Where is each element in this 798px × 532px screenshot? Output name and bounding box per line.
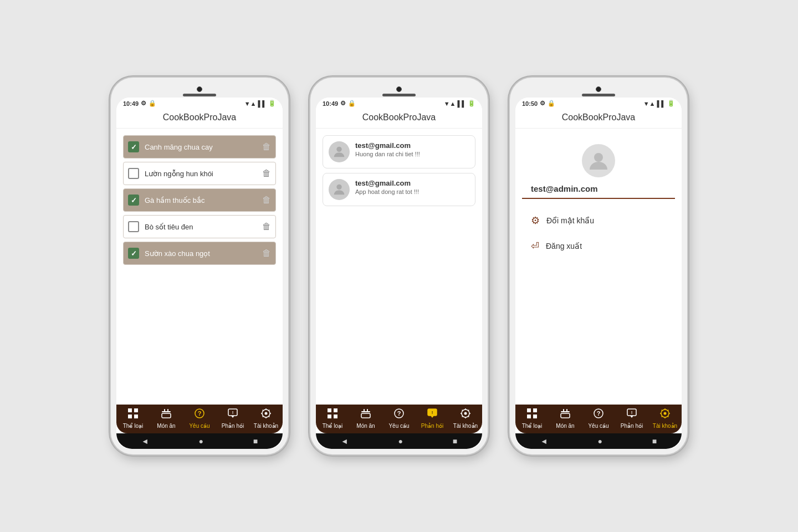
- avatar-icon: [331, 144, 347, 160]
- tai-khoan-icon: [460, 408, 471, 419]
- item-label: Lườn ngỗng hun khói: [145, 170, 262, 178]
- feedback-message: Huong dan rat chi tiet !!!: [355, 151, 420, 157]
- nav-item-the_loai[interactable]: Thể loại: [119, 408, 147, 429]
- phan_hoi-nav-label: Phản hồi: [421, 423, 443, 429]
- delete-button[interactable]: 🗑: [262, 168, 271, 178]
- camera-1: [396, 86, 402, 92]
- android-btn-2[interactable]: ■: [453, 437, 457, 446]
- checkbox[interactable]: ✓: [128, 248, 139, 259]
- nav-item-tai_khoan[interactable]: Tài khoản: [651, 408, 679, 429]
- nav-item-tai_khoan[interactable]: Tài khoản: [452, 408, 479, 429]
- lock-icon: 🔒: [548, 100, 555, 107]
- nav-item-yeu_cau[interactable]: ? Yêu cầu: [585, 408, 612, 429]
- nav-item-yeu_cau[interactable]: ? Yêu cầu: [186, 408, 213, 429]
- nav-item-mon_an[interactable]: Món ăn: [551, 408, 579, 429]
- nav-item-phan_hoi[interactable]: ! Phản hồi: [219, 408, 247, 429]
- delete-button[interactable]: 🗑: [262, 222, 271, 232]
- tai-khoan-icon: [260, 408, 272, 419]
- svg-text:!: !: [432, 410, 433, 415]
- checklist-item[interactable]: ✓ Canh măng chua cay 🗑: [123, 135, 276, 158]
- tai_khoan-nav-icon: [460, 408, 471, 422]
- checkbox[interactable]: ✓: [128, 141, 139, 152]
- phan_hoi-nav-icon: !: [626, 408, 637, 422]
- bottom-nav: Thể loại Món ăn ? Yêu cầu ! Phản hồi Tài…: [515, 405, 682, 433]
- android-btn-1[interactable]: ●: [198, 437, 203, 446]
- android-btn-0[interactable]: ◄: [540, 437, 548, 446]
- settings-icon: ⚙: [141, 100, 146, 107]
- checklist-item[interactable]: Bò sốt tiêu đen 🗑: [123, 215, 276, 238]
- feedback-card[interactable]: test@gmail.com App hoat dong rat tot !!!: [323, 173, 475, 206]
- tai_khoan-nav-icon: [659, 408, 671, 422]
- yeu_cau-nav-label: Yêu cầu: [388, 423, 409, 429]
- yeu-cau-icon: ?: [194, 408, 205, 419]
- delete-button[interactable]: 🗑: [262, 142, 271, 152]
- mon_an-nav-label: Món ăn: [157, 423, 175, 429]
- status-bar: 10:49 ⚙ 🔒 ▼▲ ▌▌ 🔋: [316, 98, 482, 108]
- yeu_cau-nav-label: Yêu cầu: [189, 423, 209, 429]
- settings-icon: ⚙: [540, 100, 545, 107]
- mon-an-icon: [161, 408, 172, 419]
- wifi-icon: ▼▲: [643, 100, 656, 107]
- svg-point-44: [664, 412, 667, 415]
- change_password-icon: ⚙: [531, 214, 540, 227]
- svg-rect-37: [566, 409, 567, 411]
- nav-item-phan_hoi[interactable]: ! Phản hồi: [618, 408, 646, 429]
- tai_khoan-nav-label: Tài khoản: [653, 423, 677, 429]
- delete-button[interactable]: 🗑: [262, 195, 271, 205]
- feedback-text: test@gmail.com App hoat dong rat tot !!!: [355, 179, 419, 195]
- account-menu-change_password[interactable]: ⚙ Đổi mật khẩu: [522, 208, 675, 233]
- checklist-item[interactable]: ✓ Gà hầm thuốc bắc 🗑: [123, 188, 276, 212]
- the_loai-nav-label: Thể loại: [522, 423, 542, 429]
- phan_hoi-nav-icon: !: [227, 408, 238, 422]
- checklist-item[interactable]: ✓ Sườn xào chua ngọt 🗑: [123, 242, 276, 265]
- phan_hoi-nav-label: Phản hồi: [621, 423, 643, 429]
- phan_hoi-nav-label: Phản hồi: [222, 423, 244, 429]
- lock-icon: 🔒: [348, 100, 356, 107]
- phan-hoi-icon: !: [227, 408, 238, 419]
- android-btn-2[interactable]: ■: [652, 437, 657, 446]
- checkbox[interactable]: [128, 168, 139, 179]
- svg-point-29: [464, 412, 467, 415]
- svg-rect-34: [533, 415, 537, 418]
- svg-rect-16: [328, 408, 331, 412]
- checklist-item[interactable]: Lườn ngỗng hun khói 🗑: [123, 162, 276, 185]
- svg-rect-2: [128, 415, 132, 418]
- screen-content: ✓ Canh măng chua cay 🗑 Lườn ngỗng hun kh…: [116, 129, 283, 405]
- svg-rect-32: [533, 408, 537, 412]
- mon-an-icon: [560, 408, 571, 419]
- battery-icon: 🔋: [268, 100, 276, 107]
- checkbox[interactable]: [128, 221, 139, 232]
- nav-item-the_loai[interactable]: Thể loại: [518, 408, 546, 429]
- account-menu-logout[interactable]: ⏎ Đăng xuất: [522, 233, 675, 259]
- yeu-cau-icon: ?: [393, 408, 405, 419]
- android-btn-2[interactable]: ■: [253, 437, 258, 446]
- android-btn-0[interactable]: ◄: [141, 437, 149, 446]
- app-title: CookBookProJava: [316, 108, 482, 129]
- android-btn-1[interactable]: ●: [597, 437, 602, 446]
- phones-container: 10:49 ⚙ 🔒 ▼▲ ▌▌ 🔋 CookBookProJava ✓ Canh…: [0, 66, 798, 466]
- nav-item-phan_hoi[interactable]: ! Phản hồi: [418, 408, 446, 429]
- svg-rect-4: [162, 411, 171, 412]
- logout-icon: ⏎: [531, 240, 539, 252]
- item-label: Bò sốt tiêu đen: [145, 223, 262, 231]
- the-loai-icon: [127, 408, 139, 419]
- checkbox[interactable]: ✓: [128, 195, 139, 206]
- screen-1: 10:49 ⚙ 🔒 ▼▲ ▌▌ 🔋 CookBookProJava ✓ Canh…: [116, 98, 283, 449]
- nav-item-yeu_cau[interactable]: ? Yêu cầu: [385, 408, 413, 429]
- svg-rect-33: [527, 415, 531, 418]
- svg-rect-36: [563, 409, 564, 411]
- phan-hoi-icon: !: [427, 408, 438, 419]
- speaker-1: [382, 94, 416, 96]
- delete-button[interactable]: 🗑: [262, 248, 271, 258]
- android-btn-1[interactable]: ●: [398, 437, 402, 446]
- feedback-card[interactable]: test@gmail.com Huong dan rat chi tiet !!…: [323, 135, 475, 168]
- nav-item-mon_an[interactable]: Món ăn: [152, 408, 180, 429]
- svg-rect-38: [561, 413, 570, 418]
- android-btn-0[interactable]: ◄: [341, 437, 349, 446]
- change_password-label: Đổi mật khẩu: [546, 216, 594, 225]
- nav-item-the_loai[interactable]: Thể loại: [319, 408, 346, 429]
- camera-0: [197, 86, 202, 92]
- svg-rect-31: [527, 408, 531, 412]
- nav-item-tai_khoan[interactable]: Tài khoản: [252, 408, 280, 429]
- nav-item-mon_an[interactable]: Món ăn: [352, 408, 380, 429]
